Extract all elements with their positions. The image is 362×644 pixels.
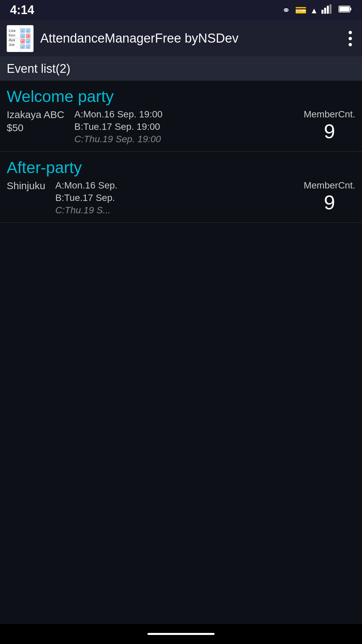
svg-text:Lisa: Lisa	[9, 29, 16, 33]
signal-icon	[321, 4, 334, 16]
svg-text:Joe: Joe	[9, 43, 15, 47]
svg-rect-3	[329, 4, 331, 14]
battery-icon	[339, 5, 352, 15]
event-name-after-party: After-party	[7, 158, 355, 177]
event-details-welcome-party: Izakaya ABC $50 A:Mon.16 Sep. 19:00 B:Tu…	[7, 109, 355, 145]
member-cnt-label-welcome: MemberCnt.	[304, 109, 355, 120]
event-date-b-after: B:Tue.17 Sep.	[55, 193, 304, 203]
member-cnt-number-after: 9	[324, 191, 335, 214]
event-item-after-party[interactable]: After-party Shinjuku A:Mon.16 Sep. B:Tue…	[0, 152, 362, 223]
status-icons: ⚭ 💳 ▴	[282, 4, 352, 16]
svg-text:✓: ✓	[27, 45, 29, 49]
event-price-welcome-party: $50	[7, 122, 64, 133]
svg-text:✓: ✓	[21, 35, 24, 38]
menu-dot-1	[349, 31, 352, 34]
event-left-after-party: Shinjuku	[7, 180, 45, 192]
svg-rect-2	[327, 6, 329, 14]
status-bar: 4:14 ⚭ 💳 ▴	[0, 0, 362, 20]
event-date-a-welcome: A:Mon.16 Sep. 19:00	[74, 109, 304, 120]
member-cnt-label-after: MemberCnt.	[304, 180, 355, 191]
event-date-c-welcome: C:Thu.19 Sep. 19:00	[74, 134, 304, 145]
menu-dot-2	[349, 37, 352, 40]
svg-text:✗: ✗	[27, 35, 29, 38]
event-list: Welcome party Izakaya ABC $50 A:Mon.16 S…	[0, 80, 362, 223]
more-options-button[interactable]	[345, 28, 355, 50]
event-dates-welcome-party: A:Mon.16 Sep. 19:00 B:Tue.17 Sep. 19:00 …	[64, 109, 304, 145]
event-left-welcome-party: Izakaya ABC $50	[7, 109, 64, 133]
menu-dot-3	[349, 43, 352, 46]
event-member-cnt-after: MemberCnt. 9	[304, 180, 355, 214]
status-time: 4:14	[10, 3, 34, 17]
section-header: Event list(2)	[0, 57, 362, 80]
nav-indicator	[147, 633, 215, 635]
event-date-a-after: A:Mon.16 Sep.	[55, 180, 304, 191]
nav-bar	[0, 624, 362, 644]
section-title: Event list(2)	[7, 62, 70, 76]
sim-icon: 💳	[295, 5, 307, 16]
toolbar: Lisa Ken Aya Joe ✓ ✓ ✗ ✓ ✓ ✗ ✓ ✓ Attenda…	[0, 20, 362, 57]
event-date-b-welcome: B:Tue.17 Sep. 19:00	[74, 121, 304, 132]
app-logo: Lisa Ken Aya Joe ✓ ✓ ✗ ✓ ✓ ✗ ✓ ✓	[7, 25, 34, 52]
member-cnt-number-welcome: 9	[324, 120, 335, 143]
svg-rect-6	[340, 7, 349, 11]
event-item-welcome-party[interactable]: Welcome party Izakaya ABC $50 A:Mon.16 S…	[0, 80, 362, 152]
event-date-c-after: C:Thu.19 S...	[55, 205, 304, 216]
svg-text:✗: ✗	[21, 40, 24, 44]
svg-rect-5	[350, 8, 351, 10]
app-title: AttendanceManagerFree byNSDev	[40, 31, 345, 46]
person-icon: ⚭	[282, 5, 290, 16]
event-name-welcome-party: Welcome party	[7, 87, 355, 106]
svg-text:Aya: Aya	[9, 38, 15, 42]
event-member-cnt-welcome: MemberCnt. 9	[304, 109, 355, 143]
svg-rect-0	[321, 10, 323, 14]
event-venue-after-party: Shinjuku	[7, 180, 45, 192]
svg-rect-1	[324, 8, 326, 14]
wifi-icon: ▴	[312, 5, 316, 16]
svg-text:✓: ✓	[27, 40, 29, 44]
svg-text:✓: ✓	[21, 29, 24, 33]
event-details-after-party: Shinjuku A:Mon.16 Sep. B:Tue.17 Sep. C:T…	[7, 180, 355, 216]
event-venue-welcome-party: Izakaya ABC	[7, 109, 64, 120]
svg-text:✓: ✓	[21, 45, 24, 49]
svg-text:Ken: Ken	[9, 33, 15, 37]
event-dates-after-party: A:Mon.16 Sep. B:Tue.17 Sep. C:Thu.19 S..…	[45, 180, 304, 216]
svg-text:✓: ✓	[27, 29, 29, 33]
